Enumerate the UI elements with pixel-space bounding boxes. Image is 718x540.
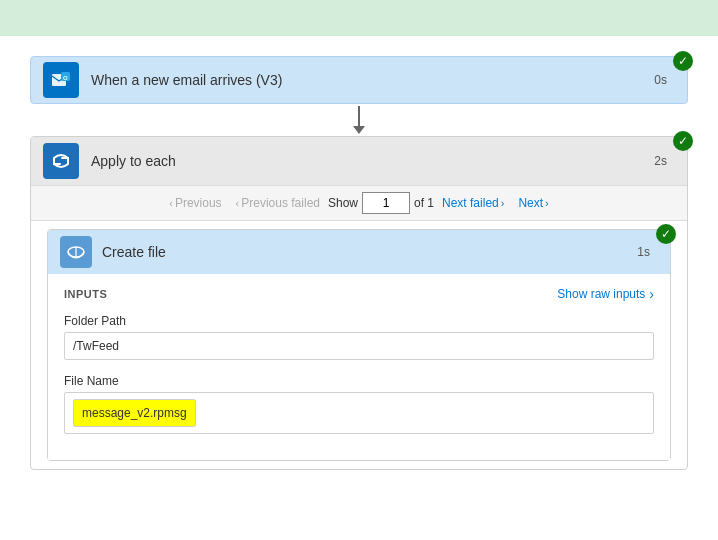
- page-number-input[interactable]: [362, 192, 410, 214]
- folder-path-value: /TwFeed: [64, 332, 654, 360]
- inputs-section: INPUTS Show raw inputs › Folder Path /Tw…: [48, 274, 670, 460]
- apply-step-header[interactable]: Apply to each 2s ✓: [31, 137, 687, 185]
- email-step-time: 0s: [654, 73, 667, 87]
- email-step-title: When a new email arrives (V3): [91, 72, 654, 88]
- file-name-label: File Name: [64, 374, 654, 388]
- previous-failed-button[interactable]: ‹ Previous failed: [230, 194, 324, 212]
- email-step-icon: O: [43, 62, 79, 98]
- apply-step-time: 2s: [654, 154, 667, 168]
- apply-step-icon: [43, 143, 79, 179]
- folder-path-label: Folder Path: [64, 314, 654, 328]
- svg-text:O: O: [63, 75, 68, 81]
- arrow-connector: [30, 104, 688, 136]
- previous-button[interactable]: ‹ Previous: [163, 194, 225, 212]
- show-raw-arrow-icon: ›: [649, 286, 654, 302]
- apply-success-badge: ✓: [673, 131, 693, 151]
- file-name-group: File Name message_v2.rpmsg: [64, 374, 654, 434]
- content-area: O When a new email arrives (V3) 0s ✓: [0, 36, 718, 490]
- inputs-header: INPUTS Show raw inputs ›: [64, 286, 654, 302]
- pagination-bar: ‹ Previous ‹ Previous failed Show of 1 N…: [31, 185, 687, 221]
- apply-step-title: Apply to each: [91, 153, 654, 169]
- next-failed-button[interactable]: Next failed ›: [438, 194, 510, 212]
- file-name-highlight: message_v2.rpmsg: [73, 399, 196, 427]
- folder-path-group: Folder Path /TwFeed: [64, 314, 654, 360]
- email-step-header[interactable]: O When a new email arrives (V3) 0s ✓: [30, 56, 688, 104]
- file-name-value: message_v2.rpmsg: [64, 392, 654, 434]
- email-step-block: O When a new email arrives (V3) 0s ✓: [30, 56, 688, 104]
- create-file-header[interactable]: Create file 1s ✓: [48, 230, 670, 274]
- create-file-title: Create file: [102, 244, 637, 260]
- create-file-step: Create file 1s ✓ INPUTS Show raw inputs …: [47, 229, 671, 461]
- create-file-time: 1s: [637, 245, 650, 259]
- create-file-success-badge: ✓: [656, 224, 676, 244]
- inputs-label: INPUTS: [64, 288, 107, 300]
- create-file-icon: [60, 236, 92, 268]
- page-input-wrap: Show of 1: [328, 192, 434, 214]
- show-raw-inputs-link[interactable]: Show raw inputs ›: [557, 286, 654, 302]
- top-bar: [0, 0, 718, 36]
- email-success-badge: ✓: [673, 51, 693, 71]
- apply-container: Apply to each 2s ✓ ‹ Previous ‹ Previous…: [30, 136, 688, 470]
- next-button[interactable]: Next ›: [514, 194, 554, 212]
